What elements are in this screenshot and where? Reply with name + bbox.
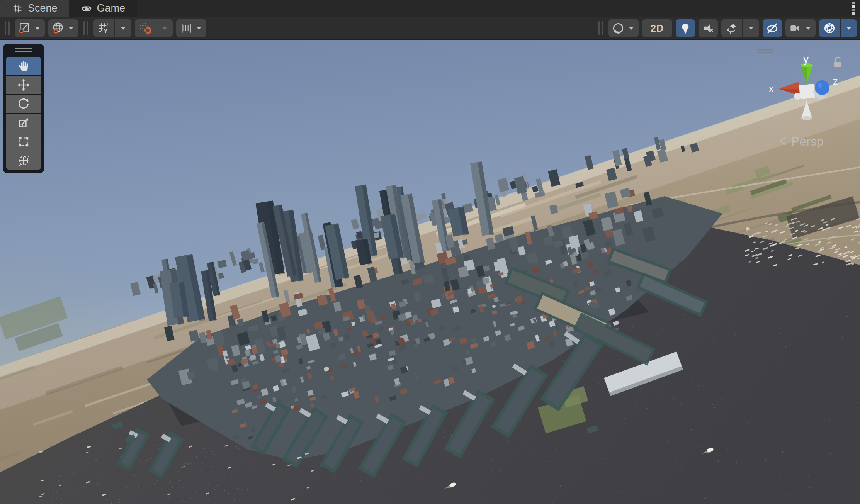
ruler-icon: [179, 22, 192, 35]
chevron-down-icon: [33, 25, 42, 32]
grid-visibility-group: Y: [93, 19, 131, 37]
rect-icon: [17, 135, 30, 148]
2d-toggle-button[interactable]: 2D: [642, 19, 672, 37]
drag-handle-icon[interactable]: [5, 21, 10, 35]
video-camera-icon: [789, 22, 802, 35]
scene-3d-city-model: [0, 40, 860, 504]
globe-icon: [51, 22, 65, 35]
chevron-down-icon: [160, 25, 169, 32]
scene-grid-icon: [12, 3, 23, 14]
view-hand-tool-button[interactable]: [6, 57, 41, 75]
shading-mode-button[interactable]: [608, 19, 639, 37]
move-arrows-icon: [17, 78, 30, 92]
scene-viewport[interactable]: x y z Persp: [0, 40, 860, 504]
rotate-icon: [17, 97, 30, 110]
tab-game[interactable]: Game: [69, 0, 137, 17]
overlay-drag-handle-icon[interactable]: [15, 48, 32, 53]
gizmos-group: [819, 19, 857, 37]
drag-handle-icon[interactable]: [598, 21, 603, 35]
speaker-muted-icon: [702, 22, 715, 35]
shaded-sphere-icon: [612, 22, 625, 35]
tools-overlay-panel: [3, 44, 44, 173]
grid-magnet-icon: [139, 22, 152, 35]
grid-y-icon: Y: [97, 22, 110, 35]
chevron-down-icon: [627, 25, 636, 32]
transform-tool-button[interactable]: [6, 151, 41, 170]
chevron-down-icon: [119, 25, 127, 32]
rotate-tool-button[interactable]: [6, 95, 41, 113]
scale-icon: [17, 116, 30, 129]
eye-slash-icon: [766, 22, 779, 35]
gizmos-dropdown[interactable]: [841, 19, 857, 37]
light-bulb-icon: [679, 22, 692, 35]
scene-lighting-button[interactable]: [676, 19, 695, 37]
move-tool-button[interactable]: [6, 76, 41, 94]
effects-dropdown[interactable]: [743, 19, 759, 37]
drag-handle-icon[interactable]: [83, 21, 88, 35]
2d-label: 2D: [645, 23, 669, 34]
grid-snapping-dropdown[interactable]: [156, 19, 173, 37]
svg-text:Y: Y: [104, 28, 108, 34]
unity-editor-window: Scene Game: [0, 0, 860, 504]
tab-game-label: Game: [97, 2, 126, 14]
chevron-down-icon: [845, 25, 853, 32]
hand-icon: [17, 59, 30, 73]
grid-snapping-button[interactable]: [135, 19, 156, 37]
gizmo-globe-icon: [823, 22, 836, 35]
grid-snapping-group: [135, 19, 173, 37]
chevron-down-icon: [747, 25, 755, 32]
grid-visibility-dropdown[interactable]: [115, 19, 131, 37]
tool-handle-pivot-button[interactable]: [15, 19, 45, 37]
scene-visibility-button[interactable]: [763, 19, 782, 37]
transform-icon: [17, 154, 30, 167]
tab-scene[interactable]: Scene: [0, 0, 69, 17]
effects-button[interactable]: [721, 19, 742, 37]
grid-visibility-button[interactable]: Y: [93, 19, 114, 37]
window-menu-icon[interactable]: [849, 2, 858, 15]
toolbar-left-group: Y: [3, 19, 206, 37]
chevron-down-icon: [195, 25, 203, 32]
pivot-square-icon: [18, 22, 31, 35]
gizmos-button[interactable]: [819, 19, 840, 37]
toolbar-right-group: 2D: [597, 19, 857, 37]
scale-tool-button[interactable]: [6, 114, 41, 132]
scene-toolbar: Y: [0, 17, 860, 40]
snap-increment-button[interactable]: [176, 19, 206, 37]
effects-group: [721, 19, 759, 37]
rect-tool-button[interactable]: [6, 132, 41, 151]
gamepad-icon: [81, 3, 92, 14]
tab-scene-label: Scene: [28, 2, 58, 14]
tab-bar: Scene Game: [0, 0, 860, 17]
sparkle-icon: [725, 22, 738, 35]
chevron-down-icon: [67, 25, 75, 32]
tool-handle-rotation-button[interactable]: [48, 19, 78, 37]
camera-settings-button[interactable]: [785, 19, 816, 37]
chevron-down-icon: [804, 25, 812, 32]
scene-audio-button[interactable]: [699, 19, 718, 37]
